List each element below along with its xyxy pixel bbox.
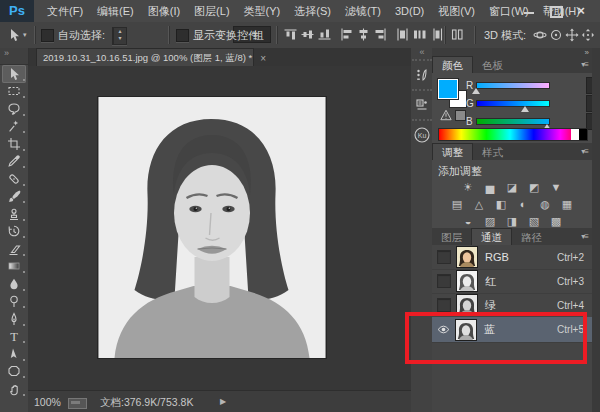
brightness-contrast-icon[interactable]: ☀ xyxy=(460,180,476,194)
photo-filter-icon[interactable]: ◐ xyxy=(515,197,531,211)
menu-filter[interactable]: 滤镜(T) xyxy=(338,0,388,22)
3d-pan-icon[interactable] xyxy=(565,28,578,41)
tab-channels[interactable]: 通道 xyxy=(471,228,512,245)
move-tool[interactable] xyxy=(2,65,26,83)
eraser-tool[interactable] xyxy=(2,240,26,258)
color-panel-menu-icon[interactable]: ▾≡ xyxy=(581,60,588,69)
menu-view[interactable]: 视图(V) xyxy=(431,0,482,22)
distribute-left-icon[interactable] xyxy=(396,28,409,41)
red-slider[interactable] xyxy=(476,82,550,89)
align-left-icon[interactable] xyxy=(340,28,353,41)
eyedropper-tool[interactable] xyxy=(2,153,26,171)
move-tool-preset-icon[interactable] xyxy=(7,28,21,42)
curves-icon[interactable]: ◪ xyxy=(504,180,520,194)
crop-tool[interactable] xyxy=(2,135,26,153)
auto-align-layers-icon[interactable] xyxy=(451,28,464,41)
dodge-tool[interactable] xyxy=(2,293,26,311)
red-slider-thumb[interactable] xyxy=(472,88,480,94)
tab-swatches[interactable]: 色板 xyxy=(473,57,512,73)
exposure-icon[interactable]: ◩ xyxy=(526,180,542,194)
quick-selection-tool[interactable] xyxy=(2,118,26,136)
tool-preset-caret-icon[interactable]: ▾ xyxy=(23,31,27,39)
horizontal-type-tool[interactable]: T xyxy=(2,328,26,346)
menu-image[interactable]: 图像(I) xyxy=(141,0,187,22)
clone-stamp-tool[interactable] xyxy=(2,205,26,223)
gamut-warning[interactable] xyxy=(440,109,466,121)
posterize-icon[interactable]: ▨ xyxy=(482,214,498,228)
color-lookup-icon[interactable]: ▦ xyxy=(559,197,575,211)
menu-file[interactable]: 文件(F) xyxy=(40,0,90,22)
green-slider-thumb[interactable] xyxy=(521,106,529,112)
zoom-level-field[interactable]: 100% xyxy=(34,391,61,412)
color-spectrum-ramp[interactable] xyxy=(438,128,588,141)
document-tab-close-icon[interactable]: × xyxy=(256,53,270,64)
channel-row-red[interactable]: 红 Ctrl+3 xyxy=(432,269,592,294)
align-center-icon[interactable] xyxy=(357,28,370,41)
status-popup-arrow-icon[interactable]: ▶ xyxy=(220,391,226,412)
align-middle-icon[interactable] xyxy=(301,28,314,41)
channel-mixer-icon[interactable]: ◍ xyxy=(537,197,553,211)
white-swatch[interactable] xyxy=(571,129,579,140)
menu-select[interactable]: 选择(S) xyxy=(287,0,338,22)
auto-select-dropdown[interactable]: 组 ▴▾ xyxy=(112,27,127,45)
green-slider[interactable] xyxy=(476,100,550,107)
tab-color[interactable]: 颜色 xyxy=(432,56,473,73)
visibility-checkbox[interactable] xyxy=(437,274,451,288)
tab-styles[interactable]: 样式 xyxy=(473,144,512,160)
document-tab[interactable]: 2019.10.31_10.16.51.jpg @ 100% (图层 1, 蓝/… xyxy=(36,48,254,67)
visibility-checkbox[interactable] xyxy=(437,298,451,312)
blue-slider[interactable] xyxy=(476,118,550,125)
gamut-color-swatch[interactable] xyxy=(455,110,466,121)
auto-select-checkbox[interactable] xyxy=(41,29,54,42)
lasso-tool[interactable] xyxy=(2,100,26,118)
visibility-checkbox[interactable] xyxy=(437,250,451,264)
vibrance-icon[interactable]: ▼ xyxy=(548,180,564,194)
document-image[interactable] xyxy=(98,97,326,358)
history-brush-tool[interactable] xyxy=(2,223,26,241)
3d-roll-icon[interactable] xyxy=(549,28,562,41)
pen-tool[interactable] xyxy=(2,310,26,328)
threshold-icon[interactable]: ◨ xyxy=(504,214,520,228)
show-transform-checkbox[interactable] xyxy=(176,29,189,42)
path-selection-tool[interactable] xyxy=(2,345,26,363)
align-right-icon[interactable] xyxy=(374,28,387,41)
adjustments-panel-menu-icon[interactable]: ▾≡ xyxy=(581,147,588,156)
menu-3d[interactable]: 3D(D) xyxy=(388,0,431,22)
menu-edit[interactable]: 编辑(E) xyxy=(90,0,141,22)
hue-saturation-icon[interactable]: ▤ xyxy=(449,197,465,211)
tab-paths[interactable]: 路径 xyxy=(512,229,551,245)
invert-icon[interactable]: ◒ xyxy=(460,214,476,228)
channel-row-rgb[interactable]: RGB Ctrl+2 xyxy=(432,245,592,270)
color-balance-icon[interactable]: △ xyxy=(471,197,487,211)
rectangular-marquee-tool[interactable] xyxy=(2,83,26,101)
gradient-map-icon[interactable]: ▩ xyxy=(548,214,564,228)
close-button[interactable]: × xyxy=(570,3,592,18)
tools-collapse-icon[interactable]: » xyxy=(0,48,28,65)
brush-tool[interactable] xyxy=(2,188,26,206)
align-top-icon[interactable] xyxy=(284,28,297,41)
tool-presets-panel-icon[interactable] xyxy=(412,89,432,118)
distribute-right-icon[interactable] xyxy=(430,28,443,41)
dock-expand-icon[interactable]: « xyxy=(411,48,432,58)
menu-type[interactable]: 类型(Y) xyxy=(237,0,288,22)
black-white-icon[interactable]: ◧ xyxy=(493,197,509,211)
black-swatch[interactable] xyxy=(579,129,587,140)
spot-healing-brush-tool[interactable] xyxy=(2,170,26,188)
distribute-center-icon[interactable] xyxy=(413,28,426,41)
align-bottom-icon[interactable] xyxy=(318,28,331,41)
foreground-color-swatch[interactable] xyxy=(438,79,458,99)
custom-shape-tool[interactable] xyxy=(2,363,26,381)
gradient-tool[interactable] xyxy=(2,258,26,276)
brush-presets-panel-icon[interactable] xyxy=(412,59,432,88)
selective-color-icon[interactable]: ▧ xyxy=(526,214,542,228)
tab-adjustments[interactable]: 调整 xyxy=(432,143,473,160)
kuler-panel-icon[interactable]: Ku xyxy=(412,119,432,148)
levels-icon[interactable]: ▅ xyxy=(482,180,498,194)
3d-orbit-icon[interactable] xyxy=(533,28,546,41)
menu-layer[interactable]: 图层(L) xyxy=(187,0,236,22)
channels-panel-menu-icon[interactable]: ▾≡ xyxy=(581,232,588,241)
hand-tool[interactable] xyxy=(2,380,26,398)
maximize-button[interactable] xyxy=(544,3,566,18)
blur-tool[interactable] xyxy=(2,275,26,293)
minimize-button[interactable] xyxy=(518,3,540,18)
